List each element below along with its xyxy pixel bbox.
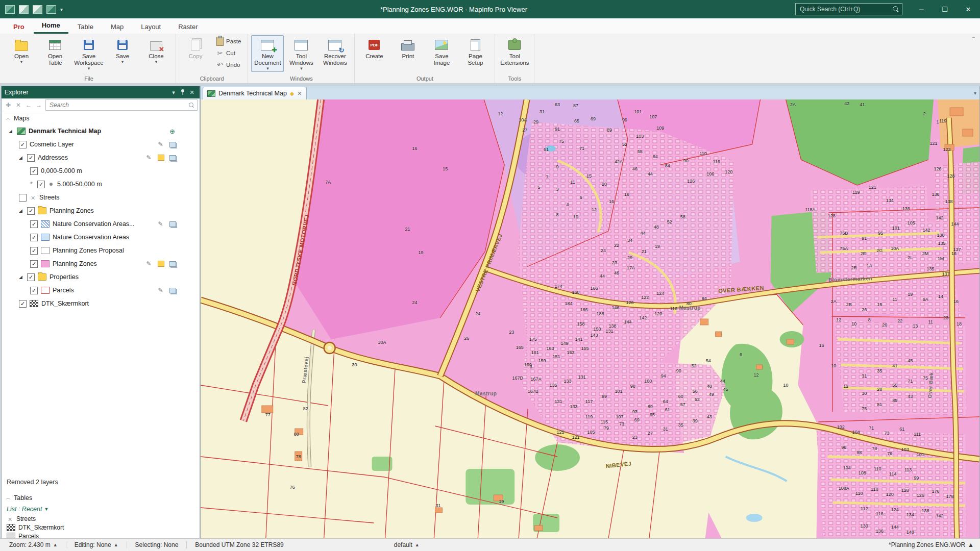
editing-popup-icon[interactable]: ▲	[114, 542, 118, 547]
ribbon-tab-raster[interactable]: Raster	[170, 20, 206, 34]
layer-visibility-checkbox[interactable]	[30, 260, 38, 268]
new-window-icon[interactable]	[5, 5, 15, 14]
save-image-button[interactable]: Save Image	[425, 35, 458, 68]
layer-visibility-checkbox[interactable]	[30, 220, 38, 228]
add-icon[interactable]: ✚	[4, 101, 13, 110]
open-map-icon[interactable]	[19, 5, 29, 14]
map-tab[interactable]: Denmark Technical Map ◆ ✕	[203, 87, 307, 99]
tables-list-filter[interactable]: List : Recent ▼	[2, 504, 200, 514]
pencil-icon[interactable]	[157, 141, 164, 148]
layer-visibility-checkbox[interactable]	[30, 234, 38, 241]
close-button[interactable]: ✕	[957, 0, 980, 18]
print-button[interactable]: Print	[391, 35, 424, 61]
layer-row-5-000-50-000-m[interactable]: *5.000-50.000 m	[2, 178, 200, 191]
ribbon-tab-layout[interactable]: Layout	[133, 20, 169, 34]
table-item-parcels[interactable]: Parcels	[2, 532, 200, 538]
layer-visibility-checkbox[interactable]	[27, 207, 35, 215]
stack-icon[interactable]	[169, 261, 176, 267]
tag-icon[interactable]	[158, 261, 164, 267]
forward-icon[interactable]: →	[34, 101, 43, 110]
layer-row-streets[interactable]: Streets	[2, 191, 200, 204]
search-icon[interactable]	[893, 6, 899, 12]
layer-visibility-checkbox[interactable]	[30, 287, 38, 294]
layer-row-nature-conservation-areas-[interactable]: Nature Conservation Areas...	[2, 217, 200, 231]
pin-icon[interactable]	[178, 89, 187, 96]
layer-visibility-checkbox[interactable]	[19, 300, 27, 308]
zoom-status[interactable]: Zoom: 2.430 m ▲	[4, 541, 63, 548]
layer-row-dtk-sk-rmkort[interactable]: DTK_Skærmkort	[2, 297, 200, 310]
pencil-icon[interactable]	[145, 154, 153, 161]
close-table-button[interactable]: Close	[140, 35, 173, 65]
save-button[interactable]: Save	[106, 35, 139, 65]
cut-button[interactable]: Cut	[213, 48, 244, 58]
layer-visibility-checkbox[interactable]	[30, 167, 38, 175]
ribbon-tab-map[interactable]: Map	[103, 20, 132, 34]
layer-visibility-checkbox[interactable]	[30, 247, 38, 255]
ribbon-tab-pro[interactable]: Pro	[5, 20, 33, 34]
map-canvas[interactable]: 6331872927916569756171899910110710910352…	[201, 99, 979, 538]
layer-row-planning-zones[interactable]: ◢Planning Zones	[2, 204, 200, 217]
layer-visibility-checkbox[interactable]	[27, 154, 35, 162]
layer-row-nature-conservation-areas[interactable]: Nature Conservation Areas	[2, 231, 200, 244]
maps-section-header[interactable]: ︿ Maps	[2, 112, 200, 124]
pencil-icon[interactable]	[157, 287, 164, 294]
layer-visibility-checkbox[interactable]	[27, 273, 35, 281]
explorer-search-input[interactable]	[48, 101, 189, 109]
save-map-icon[interactable]	[33, 5, 42, 14]
ribbon-tab-home[interactable]: Home	[34, 19, 68, 34]
stack-icon[interactable]	[169, 155, 176, 161]
style-popup-icon[interactable]: ▲	[415, 542, 420, 547]
create-pdf-button[interactable]: PDF Create	[358, 35, 390, 61]
layer-visibility-checkbox[interactable]	[37, 181, 45, 188]
maximize-button[interactable]: ☐	[933, 0, 957, 18]
expand-arrow-icon[interactable]: ◢	[19, 208, 24, 213]
stack-icon[interactable]	[169, 142, 176, 147]
pencil-icon[interactable]	[145, 260, 153, 267]
ribbon-tab-table[interactable]: Table	[69, 20, 102, 34]
table-item-streets[interactable]: Streets	[2, 514, 200, 523]
quick-search-input[interactable]	[799, 5, 893, 13]
expand-arrow-icon[interactable]: ◢	[19, 274, 24, 280]
minimize-button[interactable]: ─	[910, 0, 933, 18]
layer-row-properties[interactable]: ◢Properties	[2, 270, 200, 284]
layers-icon[interactable]	[46, 5, 56, 14]
qat-dropdown-icon[interactable]: ▾	[60, 7, 63, 12]
pencil-icon[interactable]	[157, 220, 164, 228]
table-item-dtk-sk-rmkort[interactable]: DTK_Skærmkort	[2, 523, 200, 532]
tag-icon[interactable]	[158, 155, 164, 161]
workspace-popup-icon[interactable]: ▲	[968, 541, 974, 548]
recover-windows-button[interactable]: Recover Windows	[318, 35, 351, 68]
undo-button[interactable]: Undo	[213, 60, 244, 70]
explorer-close-icon[interactable]: ✕	[187, 89, 197, 96]
save-workspace-button[interactable]: Save Workspace	[72, 35, 105, 72]
layer-visibility-checkbox[interactable]	[19, 141, 27, 148]
page-setup-button[interactable]: Page Setup	[459, 35, 492, 68]
expand-arrow-icon[interactable]: ◢	[9, 129, 14, 134]
tables-section-header[interactable]: ︿ Tables	[2, 492, 200, 504]
style-status[interactable]: default ▲	[389, 541, 425, 548]
open-button[interactable]: Open	[5, 35, 38, 65]
quick-search-box[interactable]	[795, 3, 902, 15]
copy-button[interactable]: Copy	[179, 35, 212, 61]
layer-row-parcels[interactable]: Parcels	[2, 284, 200, 297]
remove-icon[interactable]: ✕	[14, 101, 23, 110]
editing-status[interactable]: Editing: None ▲	[69, 541, 124, 548]
stack-icon[interactable]	[169, 221, 176, 227]
layer-row-denmark-technical-map[interactable]: ◢Denmark Technical Map	[2, 124, 200, 138]
layer-row-cosmetic-layer[interactable]: Cosmetic Layer	[2, 138, 200, 151]
map-tab-close-icon[interactable]: ✕	[297, 90, 302, 97]
stack-icon[interactable]	[169, 288, 176, 293]
tool-extensions-button[interactable]: Tool Extensions	[498, 35, 531, 68]
explorer-search-box[interactable]	[45, 99, 198, 111]
zoom-popup-icon[interactable]: ▲	[53, 542, 58, 547]
layer-row-planning-zones-proposal[interactable]: Planning Zones Proposal	[2, 244, 200, 257]
collapse-ribbon-icon[interactable]: ⌃	[971, 36, 976, 42]
tool-windows-button[interactable]: Tool Windows	[285, 35, 317, 72]
expand-arrow-icon[interactable]: ◢	[19, 155, 24, 160]
layer-row-0-000-5-000-m[interactable]: 0,000-5.000 m	[2, 164, 200, 178]
layer-row-addresses[interactable]: ◢Addresses	[2, 151, 200, 164]
layer-row-planning-zones[interactable]: Planning Zones	[2, 257, 200, 270]
paste-button[interactable]: Paste	[213, 36, 244, 46]
layer-visibility-checkbox[interactable]	[19, 194, 27, 202]
back-icon[interactable]: ←	[24, 101, 33, 110]
